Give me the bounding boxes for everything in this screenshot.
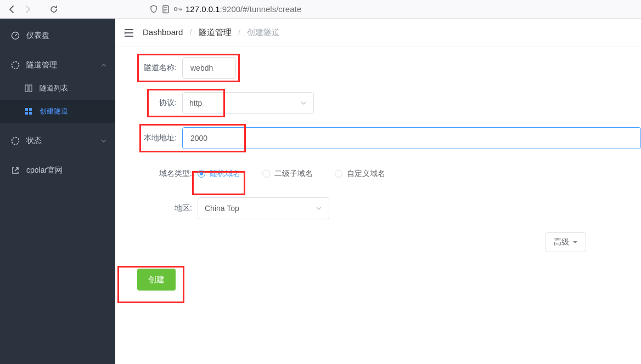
grid-icon — [24, 107, 33, 116]
radio-label: 随机域名 — [210, 169, 240, 179]
sidebar-item-label: 隧道列表 — [40, 83, 68, 93]
external-link-icon — [11, 166, 20, 175]
radio-dot-icon — [262, 170, 270, 178]
sidebar-item-label: 仪表盘 — [26, 31, 49, 41]
protocol-value: http — [189, 99, 202, 107]
breadcrumb-item[interactable]: Dashboard — [143, 27, 183, 37]
forward-button[interactable] — [20, 2, 35, 17]
tunnel-name-input[interactable] — [182, 57, 236, 79]
protocol-select[interactable]: http — [182, 92, 314, 114]
status-icon — [11, 136, 20, 145]
breadcrumb: Dashboard / 隧道管理 / 创建隧道 — [143, 27, 280, 38]
svg-rect-4 — [25, 85, 28, 92]
sidebar-item-status[interactable]: 状态 — [0, 129, 115, 152]
chevron-down-icon — [316, 205, 322, 212]
chevron-down-icon — [300, 100, 307, 106]
dashboard-icon — [11, 31, 20, 40]
region-select[interactable]: China Top — [198, 197, 329, 219]
name-label: 隧道名称: — [128, 63, 177, 73]
radio-label: 自定义域名 — [347, 169, 385, 179]
breadcrumb-item: 创建隧道 — [247, 27, 280, 37]
menu-toggle-button[interactable] — [124, 29, 134, 37]
sidebar-item-label: cpolar官网 — [26, 166, 63, 175]
advanced-button[interactable]: 高级 — [546, 232, 586, 252]
region-label: 地区: — [128, 203, 192, 213]
tunnel-icon — [11, 61, 20, 70]
svg-rect-8 — [25, 112, 28, 115]
domain-type-label: 域名类型: — [128, 169, 192, 179]
radio-dot-icon — [335, 170, 342, 178]
caret-down-icon — [572, 240, 578, 245]
local-addr-label: 本地地址: — [128, 133, 177, 143]
list-icon — [24, 84, 33, 93]
radio-dot-icon — [198, 170, 205, 178]
sidebar-item-label: 状态 — [26, 136, 42, 146]
key-icon — [173, 5, 182, 14]
svg-point-1 — [174, 8, 177, 10]
protocol-label: 协议: — [143, 98, 177, 108]
shield-icon — [149, 5, 158, 14]
chevron-down-icon — [101, 138, 106, 144]
sidebar: 仪表盘 隧道管理 隧道列表 创建隧道 — [0, 19, 115, 364]
chevron-up-icon — [101, 62, 106, 68]
svg-rect-7 — [29, 108, 32, 111]
region-value: China Top — [205, 204, 239, 213]
back-button[interactable] — [4, 2, 20, 17]
radio-random-domain[interactable]: 随机域名 — [198, 169, 240, 179]
sidebar-item-dashboard[interactable]: 仪表盘 — [0, 24, 115, 47]
local-address-input[interactable] — [182, 127, 641, 149]
address-url[interactable]: 127.0.0.1:9200/#/tunnels/create — [185, 4, 301, 14]
reload-button[interactable] — [46, 2, 61, 17]
sidebar-item-tunnel-mgmt[interactable]: 隧道管理 — [0, 54, 115, 77]
sidebar-item-label: 创建隧道 — [40, 106, 68, 116]
svg-rect-5 — [29, 85, 32, 92]
breadcrumb-item[interactable]: 隧道管理 — [199, 27, 232, 37]
svg-point-3 — [12, 62, 19, 69]
svg-point-10 — [12, 138, 19, 145]
page-icon — [161, 5, 170, 14]
create-button[interactable]: 创建 — [137, 269, 176, 291]
sidebar-item-create-tunnel[interactable]: 创建隧道 — [0, 100, 115, 123]
sidebar-item-label: 隧道管理 — [26, 60, 57, 70]
radio-label: 二级子域名 — [274, 169, 313, 179]
svg-rect-9 — [29, 112, 32, 115]
sidebar-item-tunnel-list[interactable]: 隧道列表 — [0, 77, 115, 100]
radio-custom-domain[interactable]: 自定义域名 — [335, 169, 385, 179]
sidebar-item-cpolar[interactable]: cpolar官网 — [0, 159, 115, 182]
radio-subdomain[interactable]: 二级子域名 — [262, 169, 313, 179]
svg-rect-6 — [25, 108, 28, 111]
advanced-label: 高级 — [554, 237, 569, 247]
